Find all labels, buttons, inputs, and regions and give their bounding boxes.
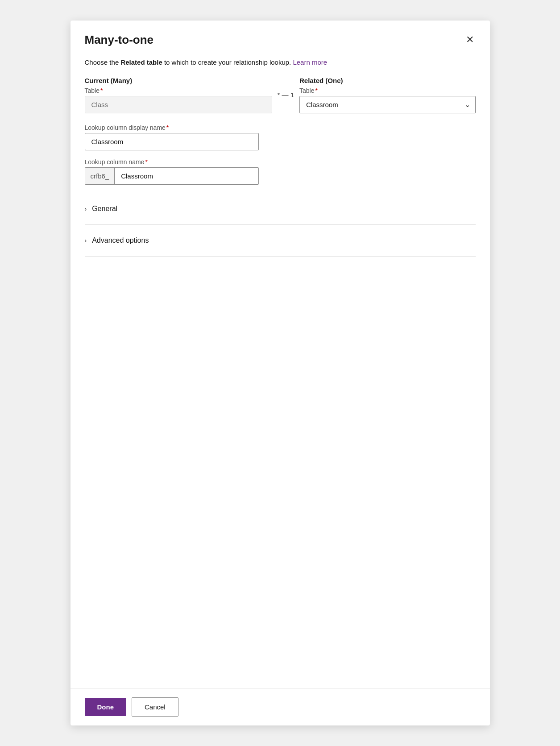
close-button[interactable]: ✕ [464,33,476,46]
many-to-one-dialog: Many-to-one ✕ Choose the Related table t… [71,21,490,725]
current-column: Current (Many) Table* Class [85,77,272,113]
done-button[interactable]: Done [85,698,127,716]
learn-more-link[interactable]: Learn more [293,58,327,66]
advanced-chevron-icon: › [85,237,87,244]
subtitle-bold: Related table [120,58,162,66]
relationship-separator: * — 1 [272,91,300,99]
lookup-column-name-label: Lookup column name* [85,158,476,166]
related-table-select-wrapper: Classroom ⌄ [299,96,475,113]
subtitle-text-before: Choose the [85,58,121,66]
advanced-section: › Advanced options [85,228,476,253]
dialog-footer: Done Cancel [71,688,490,725]
divider-3 [85,256,476,257]
general-section-header[interactable]: › General [85,205,476,213]
general-section: › General [85,197,476,221]
lookup-column-name-input[interactable] [115,168,258,184]
dialog-header: Many-to-one ✕ [71,21,490,54]
cancel-button[interactable]: Cancel [132,697,178,717]
lookup-display-name-input[interactable] [85,133,259,150]
lookup-column-name-group: Lookup column name* crfb6_ [85,158,476,185]
lookup-display-name-label: Lookup column display name* [85,124,476,131]
lookup-column-name-input-wrapper: crfb6_ [85,167,259,185]
general-section-title: General [92,205,117,213]
lookup-column-prefix: crfb6_ [85,168,115,184]
dialog-body: Current (Many) Table* Class * — 1 Relate… [71,77,490,688]
current-table-value: Class [85,96,272,113]
divider-2 [85,224,476,225]
current-table-label: Table* [85,87,272,94]
related-table-label: Table* [299,87,475,94]
divider-1 [85,193,476,193]
general-chevron-icon: › [85,205,87,212]
advanced-section-header[interactable]: › Advanced options [85,236,476,245]
related-table-select[interactable]: Classroom [299,96,475,113]
current-heading: Current (Many) [85,77,272,84]
columns-row: Current (Many) Table* Class * — 1 Relate… [85,77,476,113]
subtitle-text-after: to which to create your relationship loo… [162,58,291,66]
advanced-section-title: Advanced options [92,236,149,245]
lookup-display-name-group: Lookup column display name* [85,124,476,150]
related-heading: Related (One) [299,77,475,84]
dialog-title: Many-to-one [85,33,154,47]
related-column: Related (One) Table* Classroom ⌄ [299,77,475,113]
dialog-subtitle: Choose the Related table to which to cre… [71,54,490,77]
